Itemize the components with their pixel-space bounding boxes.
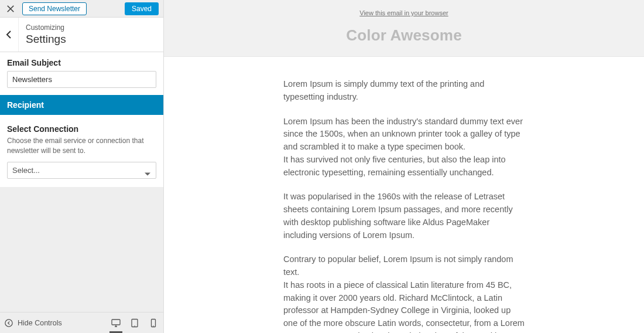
sidebar-topbar: Send Newsletter Saved (0, 0, 163, 18)
email-text: Lorem Ipsum has been the industry's stan… (283, 117, 523, 152)
svg-point-3 (134, 325, 135, 326)
saved-status-button[interactable]: Saved (125, 2, 159, 15)
sidebar-footer: Hide Controls (0, 312, 163, 333)
device-toggle-group (111, 318, 159, 328)
email-paragraph: Lorem Ipsum has been the industry's stan… (283, 115, 525, 179)
email-subject-label: Email Subject (7, 58, 156, 67)
send-newsletter-button[interactable]: Send Newsletter (22, 2, 87, 15)
svg-rect-1 (112, 320, 120, 325)
customizer-sidebar: Send Newsletter Saved Customizing Settin… (0, 0, 164, 333)
close-icon (6, 5, 15, 13)
device-desktop-button[interactable] (111, 318, 121, 328)
select-connection-wrap: Select... (0, 162, 163, 187)
device-tablet-button[interactable] (129, 318, 140, 328)
email-brand-title: Color Awesome (176, 26, 632, 45)
settings-body: Email Subject (0, 52, 163, 95)
email-body: Lorem Ipsum is simply dummy text of the … (217, 57, 591, 333)
chevron-left-icon (5, 30, 14, 39)
email-text: Contrary to popular belief, Lorem Ipsum … (283, 254, 513, 277)
tablet-icon (130, 318, 139, 328)
svg-point-5 (153, 325, 153, 326)
hide-controls-button[interactable]: Hide Controls (5, 319, 62, 327)
section-header: Customizing Settings (0, 18, 163, 52)
section-header-text: Customizing Settings (19, 18, 73, 52)
recipient-section-header: Recipient (0, 95, 163, 115)
page-title: Settings (26, 33, 66, 46)
preview-pane[interactable]: View this email in your browser Color Aw… (164, 0, 644, 333)
email-subject-input[interactable] (7, 71, 156, 88)
svg-point-0 (5, 319, 12, 326)
desktop-icon (111, 318, 121, 328)
recipient-body: Select Connection Choose the email servi… (0, 115, 163, 187)
back-button[interactable] (0, 18, 19, 52)
select-connection-dropdown[interactable]: Select... (7, 162, 156, 179)
sidebar-spacer (0, 187, 163, 312)
email-text: It has survived not only five centuries,… (283, 155, 506, 177)
email-text: It has roots in a piece of classical Lat… (283, 280, 525, 333)
chevron-left-circle-icon (5, 319, 13, 327)
email-subject-field: Email Subject (0, 52, 163, 95)
view-in-browser-link[interactable]: View this email in your browser (359, 9, 448, 16)
preview-content: View this email in your browser Color Aw… (164, 0, 644, 333)
mobile-icon (149, 318, 158, 328)
select-connection-help: Choose the email service or connection t… (0, 136, 163, 162)
device-mobile-button[interactable] (148, 318, 159, 328)
email-paragraph: It was popularised in the 1960s with the… (283, 191, 525, 242)
close-button[interactable] (2, 1, 19, 17)
hide-controls-label: Hide Controls (18, 319, 62, 327)
email-paragraph: Contrary to popular belief, Lorem Ipsum … (283, 253, 525, 333)
breadcrumb: Customizing (26, 23, 66, 32)
email-paragraph: Lorem Ipsum is simply dummy text of the … (283, 78, 525, 104)
select-connection-label: Select Connection (0, 115, 163, 136)
email-header: View this email in your browser Color Aw… (164, 0, 644, 57)
